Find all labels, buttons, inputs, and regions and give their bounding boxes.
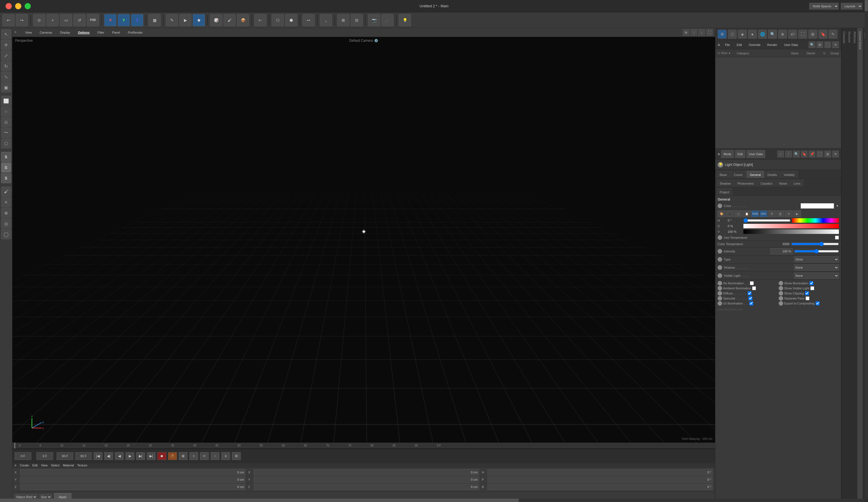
color-tool-copy[interactable]: 📋 [743, 211, 751, 217]
no-illum-checkbox[interactable] [750, 281, 754, 285]
color-expand-icon[interactable]: ▼ [836, 204, 839, 207]
color-tool-black[interactable]: ⬛ [726, 211, 734, 217]
viewport-menu-options[interactable]: Options [76, 30, 91, 35]
nb-render-button[interactable]: ● [748, 30, 757, 39]
y-size-input[interactable] [254, 477, 479, 483]
z-axis-button[interactable]: Z [131, 14, 143, 26]
undo-button[interactable]: ↩ [2, 14, 14, 26]
auto-key-button[interactable]: ⏱ [168, 452, 177, 460]
x-axis-button[interactable]: ✕ [104, 14, 116, 26]
diffuse-checkbox[interactable] [747, 291, 752, 295]
sidebar-s-tool-3[interactable]: S [1, 173, 11, 183]
redo-button[interactable]: ↪ [16, 14, 28, 26]
show-clip-checkbox[interactable] [805, 291, 809, 295]
nb-menu-file[interactable]: File [723, 43, 732, 47]
viewport-3d[interactable]: Perspective Default Camera ⚙️ ✦ Z Y X [12, 37, 715, 443]
sidebar-rotate-tool[interactable]: ↻ [1, 61, 11, 71]
rect-button[interactable]: ▦ [148, 14, 161, 26]
viewport-center-button[interactable]: ↑ [691, 29, 697, 36]
nb-menu-render[interactable]: Render [765, 43, 779, 47]
y-axis-button[interactable]: Y [117, 14, 130, 26]
color-tool-picker[interactable]: 🎨 [717, 211, 725, 217]
viewport-menu-filter[interactable]: Filter [96, 30, 106, 35]
nb-collapse-button[interactable]: ⊞ [808, 30, 817, 39]
sidebar-sphere-tool[interactable]: ○ [1, 106, 11, 116]
sidebar-extra-tool[interactable]: ◯ [1, 229, 11, 239]
brush-button[interactable]: 🖌 [224, 14, 236, 26]
go-end-button[interactable]: ▶| [147, 452, 156, 460]
maximize-button[interactable] [25, 3, 31, 9]
attr-collapse-button[interactable]: ⊞ [824, 151, 831, 157]
motion-blur-button[interactable]: + [189, 452, 198, 460]
nb-filter-icon[interactable]: 🔍 [809, 41, 815, 48]
play-button[interactable]: ▶ [125, 452, 134, 460]
nb-hamburger-icon[interactable]: ≡ [717, 43, 720, 47]
sidebar-target-tool[interactable]: ◎ [1, 218, 11, 228]
nb-search-button[interactable]: 🔍 [768, 30, 777, 39]
intensity-slider[interactable] [794, 249, 839, 254]
attr-bookmark-button[interactable]: 🔖 [801, 151, 807, 157]
attr-mode-button[interactable]: Mode [721, 150, 734, 158]
attr-pin-button[interactable]: 📌 [809, 151, 815, 157]
om-menu-create[interactable]: Create [20, 464, 29, 467]
preview-end-input[interactable]: 90 F [75, 452, 92, 460]
camera-button[interactable]: 📷 [368, 14, 380, 26]
attr-up-button[interactable]: ↑ [785, 151, 792, 157]
om-menu-select[interactable]: Select [51, 464, 60, 467]
gi-illum-checkbox[interactable] [749, 301, 753, 305]
nb-expand-icon[interactable]: ⛶ [824, 41, 831, 48]
motion-clip-button[interactable]: ✂ [200, 452, 209, 460]
x-position-input[interactable] [20, 469, 245, 475]
show-illum-checkbox[interactable] [809, 281, 813, 285]
intensity-toggle[interactable] [717, 249, 722, 254]
nb-material-button[interactable]: ◈ [738, 30, 747, 39]
viewport-menu-cameras[interactable]: Cameras [38, 30, 54, 35]
current-frame-input[interactable]: 0 F [14, 452, 31, 460]
viewport-expand-button[interactable]: ⛶ [706, 29, 713, 36]
color-tool-k[interactable]: K [768, 211, 776, 217]
checker-button[interactable]: ⊞ [337, 14, 350, 26]
use-temp-checkbox[interactable] [835, 236, 839, 239]
record-button[interactable]: ⏺ [157, 452, 166, 460]
grid-button[interactable]: ⊟ [351, 14, 363, 26]
color-tool-hsv[interactable]: HSV [760, 211, 767, 217]
sidebar-box-tool[interactable]: ⬜ [1, 96, 11, 106]
om-menu-view[interactable]: View [41, 464, 48, 467]
pen-button[interactable]: ✎ [166, 14, 178, 26]
record-button[interactable]: ⏺ [193, 14, 205, 26]
node-spaces-select[interactable]: Node Spaces [809, 3, 839, 10]
color-tool-rgb[interactable]: RGB [751, 211, 759, 217]
color-tool-white[interactable]: ◻ [734, 211, 742, 217]
camera-track-button[interactable]: 🎥 [381, 14, 394, 26]
nb-edit-button[interactable]: ✎ [828, 30, 837, 39]
tab-caustics[interactable]: Caustics [757, 180, 775, 187]
structure-tab[interactable]: Structure [847, 28, 852, 502]
minimize-button[interactable] [15, 3, 21, 9]
diffuse-circle[interactable] [717, 291, 722, 296]
p-rotation-input[interactable] [487, 477, 713, 483]
viewport-navigate-button[interactable]: ⊕ [683, 29, 689, 36]
om-menu-edit[interactable]: Edit [32, 464, 38, 467]
viewport-menu-icon[interactable]: ≡ [14, 30, 19, 35]
attr-hamburger-icon[interactable]: ≡ [717, 152, 720, 156]
snap-button[interactable]: ⊙ [33, 14, 45, 26]
close-button[interactable] [6, 3, 12, 9]
om-menu-texture[interactable]: Texture [77, 464, 87, 467]
timeline-ruler[interactable]: 0 5 10 15 20 25 30 35 40 45 50 55 60 65 … [12, 443, 715, 449]
sidebar-brush-tool[interactable]: 🖌 [1, 186, 11, 197]
prev-key-button[interactable]: ◀| [104, 452, 113, 460]
nb-tag-button[interactable]: 🏷 [788, 30, 797, 39]
end-frame-input[interactable]: 90 F [56, 452, 73, 460]
use-temp-toggle[interactable] [717, 235, 722, 240]
h-rotation-input[interactable] [487, 469, 713, 475]
sidebar-spline-tool[interactable]: 〜 [1, 128, 11, 138]
attr-back-button[interactable]: ← [777, 151, 784, 157]
gi-illum-circle[interactable] [717, 301, 722, 306]
timeline-settings-button[interactable]: ⚙ [232, 452, 241, 460]
show-illum-circle[interactable] [779, 281, 783, 286]
tab-lens[interactable]: Lens [791, 180, 804, 187]
nb-menu-userdata[interactable]: User Data [782, 43, 800, 47]
viewport-fit-button[interactable]: ↓ [698, 29, 705, 36]
show-clip-circle[interactable] [779, 291, 783, 296]
export-comp-checkbox[interactable] [816, 301, 819, 305]
